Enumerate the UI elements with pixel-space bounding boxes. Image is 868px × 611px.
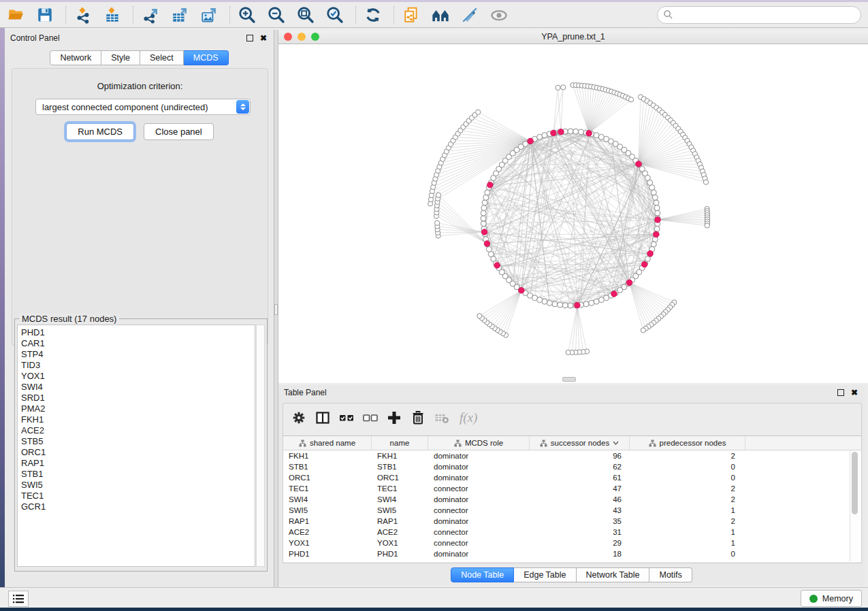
table-row[interactable]: YOX1YOX1connector291 [283,538,861,548]
column-header-mcds-role[interactable]: MCDS role [428,436,530,450]
first-neighbors-button[interactable] [430,5,451,25]
select-all-columns-button[interactable] [338,409,355,427]
table-cell[interactable]: SWI4 [283,495,372,503]
table-cell[interactable]: dominator [428,452,530,460]
table-cell[interactable]: dominator [428,550,530,558]
table-cell[interactable]: 0 [630,550,745,558]
splitter-grip[interactable] [274,304,278,315]
table-cell[interactable]: 29 [530,539,630,547]
table-settings-button[interactable] [290,409,308,427]
table-cell[interactable]: RAP1 [283,517,372,525]
mcds-result-item[interactable]: SWI5 [21,480,255,491]
mcds-result-item[interactable]: SWI4 [21,382,255,393]
mcds-result-item[interactable]: PMA2 [21,403,255,414]
column-header-name[interactable]: name [372,436,428,450]
table-cell[interactable]: ORC1 [372,474,428,482]
show-columns-button[interactable] [314,409,332,427]
mcds-result-item[interactable]: STB5 [21,436,255,447]
zoom-out-button[interactable] [266,5,287,25]
table-cell[interactable]: ACE2 [283,528,372,536]
control-panel-float-button[interactable] [245,33,255,43]
mcds-result-item[interactable]: GCR1 [21,501,255,512]
mcds-result-item[interactable]: YOX1 [21,371,255,382]
add-column-button[interactable] [385,409,403,427]
table-cell[interactable]: 2 [630,517,745,525]
table-cell[interactable]: SWI5 [283,506,372,514]
table-row[interactable]: RAP1RAP1dominator352 [283,516,861,527]
table-cell[interactable]: YOX1 [372,539,428,547]
memory-button[interactable]: Memory [801,590,862,607]
table-panel-close-button[interactable]: ✖ [850,388,859,397]
unselect-all-columns-button[interactable] [361,409,379,427]
mcds-result-item[interactable]: CAR1 [21,338,255,349]
table-cell[interactable]: 43 [530,506,630,514]
zoom-selected-button[interactable] [325,5,345,25]
table-cell[interactable]: 47 [530,484,630,493]
table-cell[interactable]: YOX1 [283,539,372,547]
table-cell[interactable]: connector [428,528,530,536]
tab-mcds[interactable]: MCDS [184,50,229,65]
table-cell[interactable]: 2 [630,452,745,460]
table-cell[interactable]: dominator [428,517,530,525]
table-cell[interactable]: 0 [630,474,745,482]
table-cell[interactable]: TEC1 [283,484,372,493]
table-row[interactable]: PHD1PHD1dominator180 [283,548,861,559]
table-cell[interactable]: TEC1 [372,484,428,493]
mcds-result-item[interactable]: FKH1 [21,414,255,425]
optimization-select[interactable]: largest connected component (undirected) [35,99,251,115]
mcds-result-item[interactable]: ORC1 [21,447,255,458]
table-cell[interactable]: 18 [530,550,630,558]
table-cell[interactable]: PHD1 [283,550,372,558]
search-input[interactable] [677,10,855,20]
table-cell[interactable]: 1 [630,528,745,536]
table-cell[interactable]: 1 [630,506,745,514]
table-row[interactable]: SWI4SWI4dominator462 [283,494,861,505]
mcds-result-item[interactable]: SRD1 [21,393,255,403]
delete-column-button[interactable] [409,409,427,427]
run-mcds-button[interactable]: Run MCDS [66,123,134,140]
table-cell[interactable]: SWI4 [372,495,428,503]
table-row[interactable]: ACE2ACE2connector311 [283,527,861,538]
zoom-fit-button[interactable] [295,5,316,25]
table-cell[interactable]: SWI5 [372,506,428,514]
zoom-in-button[interactable] [237,5,257,25]
table-cell[interactable]: FKH1 [283,452,372,460]
table-cell[interactable]: PHD1 [372,550,428,558]
mcds-result-item[interactable]: STP4 [21,349,255,360]
save-session-button[interactable] [35,5,55,25]
delete-table-button[interactable] [433,409,451,427]
mcds-result-list[interactable]: PHD1CAR1STP4TID3YOX1SWI4SRD1PMA2FKH1ACE2… [17,325,255,567]
mcds-result-item[interactable]: TID3 [21,360,255,371]
tab-network[interactable]: Network [50,50,101,65]
table-scrollbar[interactable] [850,450,860,561]
table-cell[interactable]: ORC1 [283,474,372,482]
open-session-button[interactable] [5,5,26,25]
table-cell[interactable]: connector [428,506,530,514]
tab-network-table[interactable]: Network Table [577,567,650,582]
table-row[interactable]: ORC1ORC1dominator610 [283,472,861,483]
table-cell[interactable]: dominator [428,474,530,482]
mcds-result-scrollbar[interactable] [256,325,265,567]
network-graph[interactable] [278,44,868,383]
table-cell[interactable]: connector [428,484,530,493]
table-cell[interactable]: STB1 [372,463,428,471]
mcds-result-item[interactable]: STB1 [21,469,255,480]
tab-node-table[interactable]: Node Table [451,567,514,582]
export-image-button[interactable] [199,5,219,25]
import-table-button[interactable] [102,5,123,25]
tab-motifs[interactable]: Motifs [649,567,692,582]
table-cell[interactable]: FKH1 [372,452,428,460]
table-cell[interactable]: 0 [630,463,745,471]
table-row[interactable]: SWI5SWI5connector431 [283,505,861,516]
export-table-button[interactable] [170,5,190,25]
table-row[interactable]: TEC1TEC1connector472 [283,483,861,494]
table-cell[interactable]: 96 [530,452,630,460]
vertical-splitter[interactable] [274,30,278,587]
apply-layout-button[interactable] [363,5,383,25]
table-scrollbar-thumb[interactable] [852,452,858,514]
table-row[interactable]: STB1STB1dominator620 [283,461,861,472]
node-table-body[interactable]: FKH1FKH1dominator962STB1STB1dominator620… [283,450,861,563]
table-cell[interactable]: 46 [530,495,630,503]
import-network-button[interactable] [73,5,93,25]
mcds-result-item[interactable]: RAP1 [21,458,255,469]
